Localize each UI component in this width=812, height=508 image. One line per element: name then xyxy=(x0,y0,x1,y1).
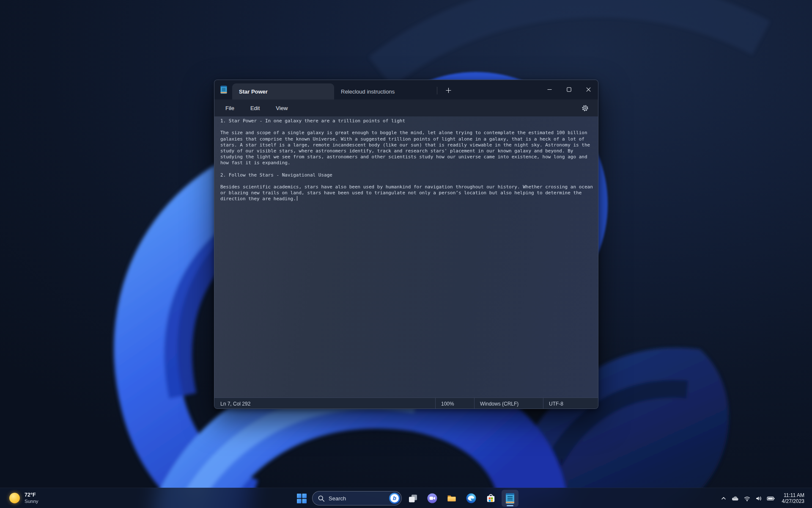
notepad-window: Star Power Relecloud instructions xyxy=(214,80,598,409)
windows-start-icon xyxy=(296,493,307,504)
taskbar-center: Search b xyxy=(294,488,518,508)
battery-button[interactable] xyxy=(765,490,777,507)
editor-line: 2. Follow the Stars - Navigational Usage xyxy=(220,172,592,178)
menu-bar: File Edit View xyxy=(214,99,598,116)
clock[interactable]: 11:11 AM 4/27/2023 xyxy=(780,491,806,506)
editor-line: or blazing new trails on land, stars hav… xyxy=(220,190,592,196)
onedrive-button[interactable] xyxy=(730,490,741,507)
onedrive-cloud-icon xyxy=(731,494,740,503)
maximize-button[interactable] xyxy=(559,80,579,99)
volume-button[interactable] xyxy=(753,490,765,507)
clock-time: 11:11 AM xyxy=(782,492,804,499)
search-icon xyxy=(318,495,325,502)
editor-line: how fast it is expanding. xyxy=(220,160,592,166)
edge-icon xyxy=(466,493,477,504)
maximize-icon xyxy=(567,87,571,92)
text-caret xyxy=(297,196,298,201)
tab-divider xyxy=(437,87,437,94)
editor-line: direction they are heading. xyxy=(220,196,592,202)
minimize-button[interactable] xyxy=(540,80,559,99)
volume-icon xyxy=(755,494,763,502)
settings-button[interactable] xyxy=(578,102,592,114)
file-explorer-button[interactable] xyxy=(443,490,460,507)
close-icon xyxy=(586,87,591,92)
chat-button[interactable] xyxy=(424,490,441,507)
editor-line: studying the light we see from stars, as… xyxy=(220,154,592,160)
task-view-button[interactable] xyxy=(404,490,421,507)
line-ending[interactable]: Windows (CRLF) xyxy=(474,398,543,409)
editor-lines: 1. Star Power - In one galaxy there are … xyxy=(220,118,592,202)
weather-temperature: 72°F xyxy=(25,492,38,498)
notepad-icon xyxy=(505,493,515,504)
start-button[interactable] xyxy=(294,490,310,507)
store-button[interactable] xyxy=(482,490,499,507)
running-indicator xyxy=(507,505,513,506)
editor-line xyxy=(220,124,592,130)
task-view-icon xyxy=(408,493,418,504)
wifi-icon xyxy=(743,494,751,502)
close-button[interactable] xyxy=(579,80,598,99)
folder-icon xyxy=(446,493,457,504)
editor-line xyxy=(220,166,592,172)
cursor-position: Ln 7, Col 292 xyxy=(214,398,250,409)
bing-icon[interactable]: b xyxy=(389,493,400,504)
encoding[interactable]: UTF-8 xyxy=(543,398,598,409)
tab-label: Relecloud instructions xyxy=(341,88,395,95)
editor-line: The size and scope of a single galaxy is… xyxy=(220,130,592,136)
system-tray: 11:11 AM 4/27/2023 xyxy=(718,488,812,508)
minimize-icon xyxy=(547,87,552,92)
desktop: Star Power Relecloud instructions xyxy=(0,0,812,508)
editor-line: study of our visible stars, where astron… xyxy=(220,148,592,154)
editor-line: stars. A star itself is a large, remote … xyxy=(220,142,592,148)
menu-view[interactable]: View xyxy=(271,103,293,113)
weather-condition: Sunny xyxy=(25,498,38,504)
titlebar: Star Power Relecloud instructions xyxy=(214,80,598,99)
status-bar: Ln 7, Col 292 100% Windows (CRLF) UTF-8 xyxy=(214,398,598,409)
tab-bar: Star Power Relecloud instructions xyxy=(232,80,455,99)
chevron-up-icon xyxy=(721,495,727,501)
sun-icon xyxy=(9,493,20,503)
menu-file[interactable]: File xyxy=(220,103,239,113)
new-tab-button[interactable] xyxy=(442,83,455,97)
clock-date: 4/27/2023 xyxy=(782,498,804,505)
notepad-taskbar-button[interactable] xyxy=(502,490,518,507)
battery-icon xyxy=(766,494,775,503)
text-editor[interactable]: 1. Star Power - In one galaxy there are … xyxy=(214,116,598,398)
chat-icon xyxy=(427,493,438,504)
editor-line: 1. Star Power - In one galaxy there are … xyxy=(220,118,592,124)
store-icon xyxy=(486,493,496,504)
notepad-icon xyxy=(220,86,228,94)
editor-line xyxy=(220,178,592,184)
tab-label: Star Power xyxy=(239,88,268,95)
zoom-level[interactable]: 100% xyxy=(435,398,474,409)
tab-relecloud-instructions[interactable]: Relecloud instructions xyxy=(334,83,436,99)
editor-line: galaxies that comprise the known Univers… xyxy=(220,136,592,142)
search-box[interactable]: Search b xyxy=(312,491,402,505)
edge-button[interactable] xyxy=(463,490,480,507)
wifi-button[interactable] xyxy=(741,490,753,507)
gear-icon xyxy=(582,105,589,112)
editor-line: Besides scientific academics, stars have… xyxy=(220,184,592,190)
menu-edit[interactable]: Edit xyxy=(245,103,265,113)
plus-icon xyxy=(446,88,451,93)
search-placeholder: Search xyxy=(329,495,385,502)
window-controls xyxy=(540,80,598,99)
tab-star-power[interactable]: Star Power xyxy=(232,83,334,99)
tray-chevron-button[interactable] xyxy=(718,490,730,507)
weather-widget[interactable]: 72°F Sunny xyxy=(4,488,44,508)
taskbar: Search b xyxy=(0,488,812,508)
